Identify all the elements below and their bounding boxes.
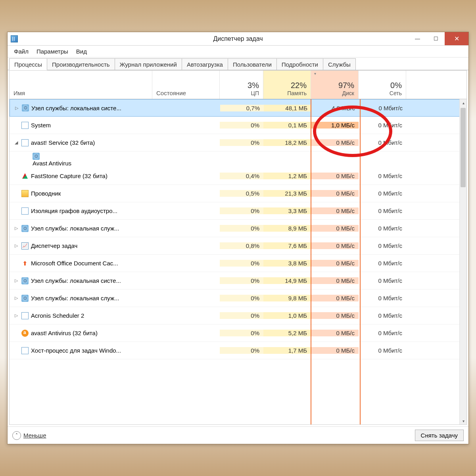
process-name-cell: ◢avast! Service (32 бита)	[10, 134, 152, 151]
process-name-cell: ▷Узел службы: локальная систе...	[10, 100, 153, 116]
app-icon	[21, 207, 29, 215]
process-name-cell: Хост-процесс для задач Windo...	[10, 342, 152, 359]
scroll-thumb[interactable]	[461, 108, 466, 187]
table-row[interactable]: Проводник0,5%21,3 МБ0 МБ/с0 Мбит/с	[10, 185, 466, 202]
window-controls: — ☐ ✕	[408, 32, 468, 45]
tabs: Процессы Производительность Журнал прило…	[8, 58, 468, 70]
expand-toggle-icon[interactable]: ▷	[13, 243, 19, 248]
app-icon	[21, 347, 29, 354]
disk-cell: 0 МБ/с	[311, 242, 359, 249]
network-cell: 0 Мбит/с	[359, 190, 406, 197]
expand-toggle-icon[interactable]: ▷	[14, 106, 19, 111]
memory-cell: 8,9 МБ	[263, 225, 311, 232]
table-row[interactable]: Хост-процесс для задач Windo...0%1,7 МБ0…	[10, 342, 466, 359]
menu-file[interactable]: Файл	[10, 46, 33, 56]
memory-cell: 1,7 МБ	[263, 347, 311, 354]
menu-options[interactable]: Параметры	[33, 46, 72, 56]
fewer-details-button[interactable]: ˄ Меньше	[12, 431, 46, 440]
expand-toggle-icon[interactable]: ▷	[13, 278, 19, 283]
expand-toggle-icon[interactable]: ▷	[13, 296, 19, 301]
gear-icon	[21, 225, 29, 232]
cpu-cell: 0%	[220, 139, 263, 146]
table-row[interactable]: Изоляция графов аудиоустро...0%3,3 МБ0 М…	[10, 202, 466, 220]
close-button[interactable]: ✕	[445, 32, 468, 45]
process-name: Avast Antivirus	[33, 160, 71, 167]
end-task-button[interactable]: Снять задачу	[415, 430, 464, 441]
tab-users[interactable]: Пользователи	[228, 58, 277, 70]
column-headers: Имя Состояние 3% ЦП 22% Память ▾ 97% Дис…	[10, 71, 466, 99]
process-name-cell: Проводник	[10, 185, 152, 202]
tab-app-history[interactable]: Журнал приложений	[115, 58, 182, 70]
expand-toggle-icon[interactable]: ▷	[13, 226, 19, 231]
footer: ˄ Меньше Снять задачу	[8, 426, 468, 444]
disk-cell: 0 МБ/с	[311, 139, 359, 146]
process-name: Узел службы: локальная служ...	[31, 295, 119, 301]
expand-toggle-icon[interactable]: ◢	[13, 140, 19, 145]
process-name-cell: ▷Диспетчер задач	[10, 237, 152, 254]
network-cell: 0 Мбит/с	[359, 347, 406, 354]
table-row[interactable]: FastStone Capture (32 бита)0,4%1,2 МБ0 М…	[10, 167, 466, 185]
process-name: Диспетчер задач	[31, 242, 77, 249]
table-row[interactable]: ▷Узел службы: локальная систе...0,7%48,1…	[10, 99, 466, 117]
memory-cell: 18,2 МБ	[263, 139, 311, 146]
table-row[interactable]: System0%0,1 МБ1,0 МБ/с0 Мбит/с	[10, 117, 466, 134]
process-name: Acronis Scheduler 2	[31, 312, 84, 319]
taskmgr-icon	[21, 242, 29, 250]
process-name-cell: avast! Antivirus (32 бита)	[10, 324, 152, 342]
cpu-cell: 0,7%	[220, 105, 264, 111]
disk-cell: 0 МБ/с	[311, 295, 359, 301]
col-state[interactable]: Состояние	[152, 71, 220, 99]
table-row[interactable]: ▷Acronis Scheduler 20%1,0 МБ0 МБ/с0 Мбит…	[10, 307, 466, 324]
table-row[interactable]: ▷Узел службы: локальная служ...0%8,9 МБ0…	[10, 220, 466, 237]
tab-startup[interactable]: Автозагрузка	[182, 58, 228, 70]
minimize-button[interactable]: —	[408, 32, 426, 45]
network-cell: 0 Мбит/с	[359, 295, 406, 301]
table-row[interactable]: Microsoft Office Document Cac...0%3,8 МБ…	[10, 255, 466, 272]
disk-cell: 0 МБ/с	[311, 190, 359, 197]
network-cell: 0 Мбит/с	[359, 225, 406, 232]
table-row[interactable]: Avast Antivirus	[10, 152, 466, 167]
col-network[interactable]: 0% Сеть	[359, 71, 406, 99]
titlebar[interactable]: Диспетчер задач — ☐ ✕	[8, 32, 468, 46]
col-disk[interactable]: ▾ 97% Диск	[311, 71, 359, 99]
cpu-cell: 0,8%	[220, 242, 263, 249]
process-name-cell: Изоляция графов аудиоустро...	[10, 202, 152, 219]
maximize-button[interactable]: ☐	[426, 32, 445, 45]
network-cell: 0 Мбит/с	[359, 312, 406, 319]
col-memory[interactable]: 22% Память	[263, 71, 311, 99]
tab-details[interactable]: Подробности	[276, 58, 323, 70]
network-cell: 0 Мбит/с	[359, 277, 406, 284]
expand-toggle-icon[interactable]: ▷	[13, 313, 19, 318]
tab-performance[interactable]: Производительность	[47, 58, 115, 70]
app-icon	[11, 35, 18, 42]
scroll-up-icon[interactable]: ▴	[460, 99, 466, 106]
cpu-cell: 0%	[220, 207, 263, 214]
col-cpu[interactable]: 3% ЦП	[220, 71, 263, 99]
tab-processes[interactable]: Процессы	[9, 58, 47, 70]
memory-cell: 1,2 МБ	[263, 173, 311, 179]
process-name-cell: ▷Узел службы: локальная служ...	[10, 290, 152, 307]
process-name-cell: System	[10, 117, 152, 134]
table-row[interactable]: ▷Узел службы: локальная служ...0%9,8 МБ0…	[10, 290, 466, 307]
table-row[interactable]: ▷Узел службы: локальная систе...0%14,9 М…	[10, 272, 466, 290]
disk-cell: 0 МБ/с	[311, 330, 359, 336]
tab-services[interactable]: Службы	[323, 58, 356, 70]
col-name[interactable]: Имя	[10, 71, 152, 99]
table-row[interactable]: ◢avast! Service (32 бита)0%18,2 МБ0 МБ/с…	[10, 134, 466, 152]
avast-o-icon	[21, 330, 29, 337]
disk-cell: 0 МБ/с	[311, 207, 359, 214]
app-icon	[21, 139, 29, 146]
process-name: avast! Service (32 бита)	[31, 139, 95, 146]
process-name: Изоляция графов аудиоустро...	[31, 207, 117, 214]
menu-view[interactable]: Вид	[72, 46, 91, 56]
process-name: Узел службы: локальная систе...	[31, 277, 121, 284]
process-name-cell: FastStone Capture (32 бита)	[10, 167, 152, 184]
network-cell: 0 Мбит/с	[359, 330, 406, 336]
table-row[interactable]: ▷Диспетчер задач0,8%7,6 МБ0 МБ/с0 Мбит/с	[10, 237, 466, 255]
scrollbar[interactable]: ▴ ▾	[459, 99, 466, 424]
gear-icon	[33, 153, 40, 160]
process-name: Microsoft Office Document Cac...	[31, 260, 118, 267]
explorer-icon	[21, 190, 29, 197]
scroll-down-icon[interactable]: ▾	[460, 417, 466, 424]
table-row[interactable]: avast! Antivirus (32 бита)0%5,2 МБ0 МБ/с…	[10, 324, 466, 342]
